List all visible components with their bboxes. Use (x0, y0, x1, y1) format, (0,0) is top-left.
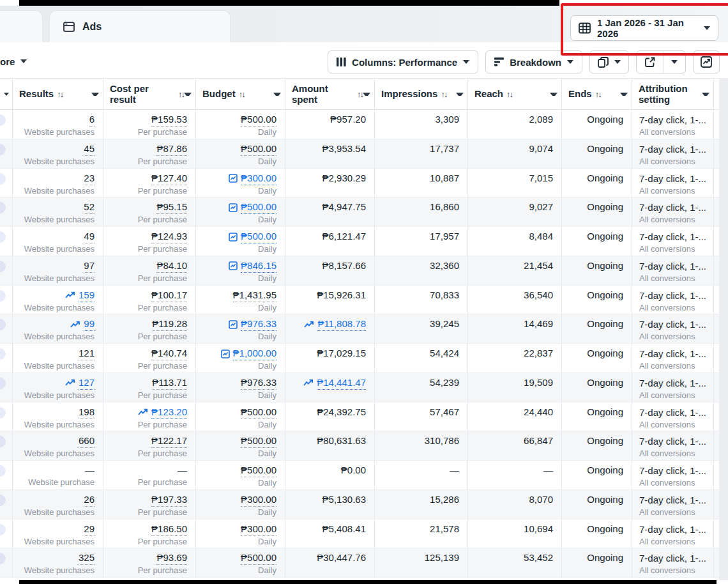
table-row[interactable]: 325Website purchases₱93.69Per purchase₱5… (0, 548, 728, 578)
chevron-down-icon[interactable] (550, 93, 557, 96)
chevron-down-icon[interactable] (91, 93, 99, 96)
table-row[interactable]: 6Website purchases₱159.53Per purchase₱50… (0, 110, 728, 139)
export-options-button[interactable] (663, 51, 685, 73)
table-row[interactable]: 45Website purchases₱87.86Per purchase₱50… (0, 139, 728, 169)
table-row[interactable]: 198Website purchases₱123.20Per purchase₱… (0, 403, 728, 432)
sort-icon[interactable]: ↑↓ (506, 89, 512, 99)
col-header-cost-per-result[interactable]: Cost per result↑↓ (103, 79, 196, 109)
cell-value[interactable]: 52 (84, 201, 95, 214)
cell-value[interactable]: ₱140.74 (151, 347, 187, 360)
cell-value[interactable]: ₱976.33 (241, 376, 277, 390)
table-row[interactable]: 99Website purchases₱119.28Per purchase₱9… (0, 314, 728, 344)
table-row[interactable]: 97Website purchases₱84.10Per purchase₱84… (0, 256, 728, 286)
sort-icon[interactable]: ↑↓ (239, 89, 245, 99)
col-header-impressions[interactable]: Impressions↑↓ (375, 79, 468, 109)
cell-value[interactable]: ₱500.00 (241, 434, 277, 448)
table-row[interactable]: 660Website purchases₱122.17Per purchase₱… (0, 431, 728, 461)
cell-value[interactable]: 660 (79, 434, 95, 448)
cell-value[interactable]: ₱500.00 (241, 201, 277, 214)
table-row[interactable]: —Website purchase—Per purchase₱500.00Dai… (0, 461, 728, 490)
col-header-budget[interactable]: Budget↑↓ (196, 79, 285, 109)
table-row[interactable]: 49Website purchases₱124.93Per purchase₱5… (0, 227, 728, 256)
cell-value[interactable]: ₱500.00 (241, 230, 277, 243)
cell-value[interactable]: 121 (79, 347, 95, 360)
sort-icon[interactable]: ↑↓ (178, 89, 184, 99)
cell-value[interactable]: 45 (84, 142, 95, 156)
sort-icon[interactable]: ↑↓ (441, 89, 446, 99)
sort-icon[interactable]: ↑↓ (357, 89, 363, 99)
cell-value[interactable]: ₱11,808.78 (317, 318, 366, 331)
more-button[interactable]: ore (0, 54, 27, 69)
table-row[interactable]: 121Website purchases₱140.74Per purchase₱… (0, 344, 728, 373)
cell-value[interactable]: ₱300.00 (241, 493, 277, 507)
cell-value[interactable]: ₱159.53 (151, 113, 187, 127)
cell-value[interactable]: ₱500.00 (241, 142, 277, 156)
col-header-attribution-setting[interactable]: Attribution setting (632, 79, 714, 109)
tab-ads[interactable]: Ads (50, 11, 230, 42)
chevron-down-icon[interactable] (456, 93, 464, 96)
cell-value[interactable]: 198 (79, 406, 95, 419)
cell-value[interactable]: ₱87.86 (156, 142, 187, 156)
cell-value[interactable]: ₱122.17 (151, 434, 187, 448)
cell-value[interactable]: ₱124.93 (151, 230, 187, 243)
cell-value[interactable]: ₱300.00 (241, 172, 277, 185)
chevron-down-icon[interactable] (702, 93, 709, 96)
columns-button[interactable]: Columns: Performance (328, 50, 478, 73)
cell-value[interactable]: ₱500.00 (241, 406, 277, 419)
reports-button[interactable] (589, 50, 629, 73)
cell-value[interactable]: ₱846.15 (241, 259, 277, 273)
cell-value[interactable]: 127 (79, 376, 95, 390)
cell-value[interactable]: ₱100.17 (151, 289, 187, 302)
col-header-amount-spent[interactable]: Amount spent↑↓ (285, 79, 375, 109)
cell-value[interactable]: ₱95.15 (156, 201, 187, 214)
table-row[interactable]: 127Website purchases₱113.71Per purchase₱… (0, 373, 728, 403)
table-row[interactable]: 159Website purchases₱100.17Per purchase₱… (0, 286, 728, 315)
cell-value[interactable]: ₱119.28 (152, 318, 187, 331)
cell-value[interactable]: 29 (84, 523, 95, 536)
sort-icon[interactable]: ↑↓ (595, 89, 601, 99)
cell-value[interactable]: ₱1,431.95 (233, 289, 277, 302)
cell-value[interactable]: ₱976.33 (241, 318, 277, 331)
cell-value[interactable]: 97 (84, 259, 95, 273)
cell-value[interactable]: ₱186.50 (151, 523, 187, 536)
cell-value[interactable]: 159 (79, 289, 95, 302)
cell-value[interactable]: 26 (84, 493, 95, 507)
sort-icon[interactable]: ↑↓ (57, 89, 63, 99)
col-header-results[interactable]: Results↑↓ (13, 79, 103, 109)
cell-value[interactable]: ₱197.33 (151, 493, 187, 507)
cell-value[interactable]: ₱93.69 (156, 551, 187, 565)
cell-value[interactable]: ₱113.71 (152, 376, 187, 390)
view-charts-button[interactable] (693, 50, 720, 73)
table-row[interactable]: 26Website purchases₱197.33Per purchase₱3… (0, 490, 728, 519)
cell-value[interactable]: 23 (84, 172, 95, 185)
cell-value[interactable]: ₱1,000.00 (233, 347, 277, 360)
cell-value[interactable]: ₱123.20 (151, 406, 187, 419)
chevron-down-icon[interactable] (184, 93, 192, 96)
col-header-edge[interactable] (0, 79, 13, 109)
cell-value[interactable]: 6 (89, 113, 95, 127)
cell-value[interactable]: ₱84.10 (156, 259, 187, 273)
col-header-ends[interactable]: Ends↑↓ (562, 79, 632, 109)
chevron-down-icon[interactable] (273, 93, 281, 96)
cell-value[interactable]: ₱500.00 (241, 551, 277, 565)
chevron-down-icon[interactable] (620, 93, 628, 96)
breakdown-button[interactable]: Breakdown (485, 50, 582, 73)
cell-value[interactable]: ₱500.00 (241, 113, 277, 127)
cell-value[interactable]: ₱500.00 (241, 464, 277, 477)
chevron-down-icon[interactable] (363, 93, 370, 96)
attribution-sublabel: All conversions (639, 360, 695, 371)
table-row[interactable]: 23Website purchases₱127.40Per purchase₱3… (0, 169, 728, 198)
col-header-reach[interactable]: Reach↑↓ (468, 79, 562, 109)
cell-value[interactable]: ₱14,441.47 (317, 376, 366, 390)
table-row[interactable]: 52Website purchases₱95.15Per purchase₱50… (0, 197, 728, 227)
chevron-down-icon[interactable] (4, 93, 9, 96)
date-range-picker[interactable]: 1 Jan 2026 - 31 Jan 2026 (570, 15, 718, 41)
cell-value[interactable]: ₱127.40 (151, 172, 187, 185)
cell-value[interactable]: 325 (79, 551, 95, 565)
cell-value[interactable]: ₱300.00 (241, 523, 277, 536)
table-row[interactable]: 29Website purchases₱186.50Per purchase₱3… (0, 519, 728, 549)
tab-partial-left[interactable] (0, 11, 42, 42)
cell-value[interactable]: 99 (84, 318, 95, 331)
cell-value[interactable]: 49 (84, 230, 95, 243)
export-button[interactable] (637, 51, 663, 73)
